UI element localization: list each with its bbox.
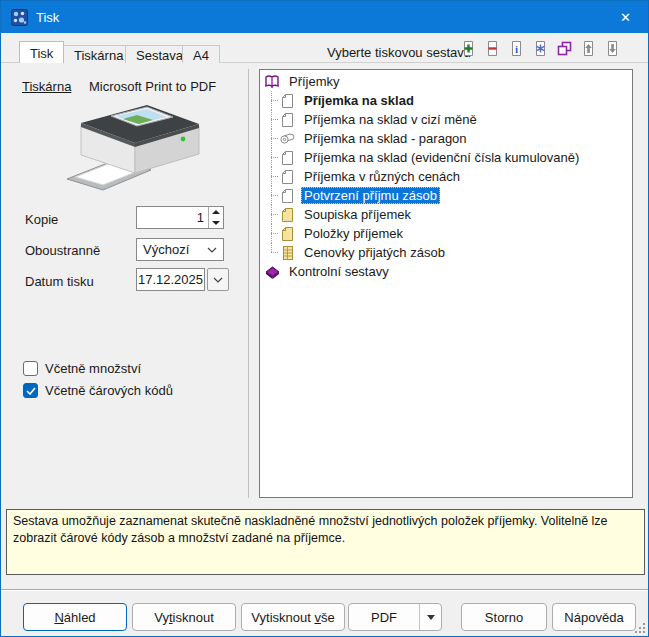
checkmark-icon bbox=[26, 387, 36, 395]
duplex-select[interactable]: Výchozí bbox=[136, 238, 224, 261]
tree-connector bbox=[264, 148, 279, 167]
footer-divider bbox=[1, 589, 649, 591]
report-info-icon[interactable]: i bbox=[508, 40, 525, 57]
cancel-button[interactable]: Storno bbox=[461, 603, 547, 631]
tree-item-label[interactable]: Položky příjemek bbox=[301, 225, 406, 242]
tree-item[interactable]: Příjemky bbox=[260, 72, 632, 91]
print-all-button[interactable]: Vytisknout vše bbox=[241, 603, 345, 631]
price-table-icon bbox=[279, 245, 296, 261]
tree-item[interactable]: Příjemka na sklad (evidenční čísla kumul… bbox=[260, 148, 632, 167]
tree-connector bbox=[264, 129, 279, 148]
tree-item[interactable]: Příjemka na sklad bbox=[260, 91, 632, 110]
spin-up-icon[interactable] bbox=[209, 207, 223, 218]
chevron-down-icon bbox=[213, 277, 223, 283]
print-button[interactable]: Vytisknout bbox=[132, 603, 236, 631]
document-icon bbox=[279, 188, 296, 204]
tab-a4[interactable]: A4 bbox=[182, 45, 220, 63]
tree-item[interactable]: Cenovky přijatých zásob bbox=[260, 243, 632, 262]
spin-down-icon[interactable] bbox=[209, 218, 223, 229]
remove-report-icon[interactable] bbox=[484, 40, 501, 57]
tree-item-label[interactable]: Příjemky bbox=[286, 73, 343, 90]
print-date-label: Datum tisku bbox=[25, 274, 94, 289]
dropdown-triangle-icon bbox=[427, 615, 435, 620]
printer-image bbox=[53, 101, 205, 197]
tree-item[interactable]: Kontrolní sestavy bbox=[260, 262, 632, 281]
svg-text:i: i bbox=[515, 43, 518, 55]
copies-value: 1 bbox=[137, 210, 208, 225]
include-barcodes-checkbox[interactable] bbox=[23, 383, 38, 398]
add-report-icon[interactable] bbox=[460, 40, 477, 57]
tree-item[interactable]: Položky příjemek bbox=[260, 224, 632, 243]
tree-item-label[interactable]: Příjemka v různých cenách bbox=[301, 168, 463, 185]
tree-item-label[interactable]: Příjemka na sklad v cizí měně bbox=[301, 111, 480, 128]
closed-book-icon bbox=[264, 264, 281, 280]
report-description: Sestava umožňuje zaznamenat skutečně nas… bbox=[6, 509, 645, 575]
move-up-icon[interactable] bbox=[580, 40, 597, 57]
tree-connector bbox=[264, 91, 279, 110]
tree-connector bbox=[264, 224, 279, 243]
print-dialog: Tisk ✕ Tisk Tiskárna Sestava A4 Vyberte … bbox=[0, 0, 649, 637]
tree-connector bbox=[264, 205, 279, 224]
title-bar: Tisk ✕ bbox=[1, 1, 648, 33]
tree-item-label[interactable]: Soupiska příjemek bbox=[301, 206, 414, 223]
report-settings-icon[interactable] bbox=[532, 40, 549, 57]
duplex-label: Oboustranně bbox=[25, 243, 100, 258]
tree-item[interactable]: Soupiska příjemek bbox=[260, 205, 632, 224]
tree-item-selected[interactable]: Potvrzení příjmu zásob bbox=[260, 186, 632, 205]
printer-name: Microsoft Print to PDF bbox=[89, 79, 216, 94]
copies-input[interactable]: 1 bbox=[136, 206, 224, 229]
tree-item-label[interactable]: Příjemka na sklad - paragon bbox=[301, 130, 470, 147]
document-icon bbox=[279, 93, 296, 109]
preview-button[interactable]: Náhled bbox=[23, 603, 127, 631]
duplex-value: Výchozí bbox=[143, 242, 189, 257]
tab-tiskarna[interactable]: Tiskárna bbox=[63, 45, 134, 63]
include-quantity-option[interactable]: Včetně množství bbox=[23, 361, 141, 376]
tree-connector bbox=[264, 243, 279, 262]
tree-connector bbox=[264, 186, 279, 205]
tree-item-label[interactable]: Potvrzení příjmu zásob bbox=[301, 187, 440, 204]
copies-label: Kopie bbox=[25, 212, 58, 227]
tab-tisk[interactable]: Tisk bbox=[19, 41, 64, 63]
tree-item[interactable]: Příjemka na sklad - paragon bbox=[260, 129, 632, 148]
print-date-input[interactable]: 17.12.2025 bbox=[136, 268, 205, 291]
tree-item-label[interactable]: Kontrolní sestavy bbox=[286, 263, 392, 280]
print-date-dropdown-button[interactable] bbox=[207, 268, 229, 291]
tree-item-label[interactable]: Cenovky přijatých zásob bbox=[301, 244, 448, 261]
help-button[interactable]: Nápověda bbox=[552, 603, 636, 631]
open-book-icon bbox=[264, 74, 281, 90]
tree-item[interactable]: Příjemka na sklad v cizí měně bbox=[260, 110, 632, 129]
report-tree[interactable]: Příjemky Příjemka na sklad Příjemka na s… bbox=[259, 69, 633, 498]
close-button[interactable]: ✕ bbox=[603, 1, 648, 33]
document-icon bbox=[279, 150, 296, 166]
pdf-split-button[interactable]: PDF bbox=[348, 603, 442, 631]
copy-report-icon[interactable] bbox=[556, 40, 573, 57]
yellow-document-icon bbox=[279, 226, 296, 242]
printer-link[interactable]: Tiskárna bbox=[22, 79, 71, 94]
copies-spinner[interactable] bbox=[208, 207, 223, 228]
document-icon bbox=[279, 169, 296, 185]
document-icon bbox=[279, 112, 296, 128]
include-quantity-label: Včetně množství bbox=[45, 361, 141, 376]
yellow-document-icon bbox=[279, 207, 296, 223]
resize-grip[interactable] bbox=[635, 623, 645, 633]
chevron-down-icon bbox=[207, 247, 217, 253]
tree-item[interactable]: Příjemka v různých cenách bbox=[260, 167, 632, 186]
include-quantity-checkbox[interactable] bbox=[23, 361, 38, 376]
print-date-value: 17.12.2025 bbox=[138, 272, 203, 287]
receipt-roll-icon bbox=[279, 131, 296, 147]
panel-divider bbox=[248, 69, 249, 498]
tree-item-label[interactable]: Příjemka na sklad (evidenční čísla kumul… bbox=[301, 149, 582, 166]
tree-connector bbox=[264, 167, 279, 186]
report-toolbar: i bbox=[460, 40, 621, 57]
move-down-icon[interactable] bbox=[604, 40, 621, 57]
include-barcodes-option[interactable]: Včetně čárových kódů bbox=[23, 383, 173, 398]
tree-connector bbox=[264, 110, 279, 129]
app-icon bbox=[11, 9, 28, 26]
tree-item-label[interactable]: Příjemka na sklad bbox=[301, 92, 417, 109]
pdf-button[interactable]: PDF bbox=[349, 604, 419, 630]
pdf-dropdown-arrow[interactable] bbox=[419, 604, 441, 630]
window-title: Tisk bbox=[36, 10, 59, 25]
include-barcodes-label: Včetně čárových kódů bbox=[45, 383, 173, 398]
